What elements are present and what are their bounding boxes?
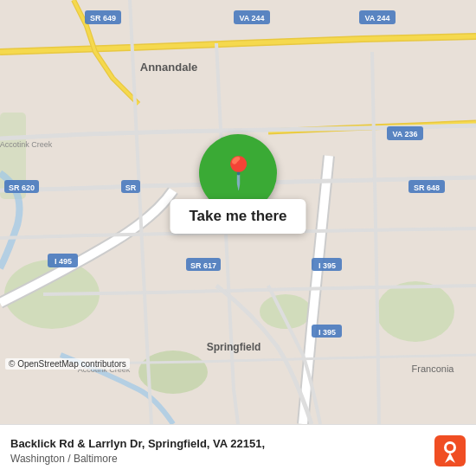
svg-text:SR 648: SR 648 [414,183,440,192]
svg-text:Annandale: Annandale [140,61,197,74]
map-container: SR 649 VA 244 VA 244 VA 236 SR 620 SR SR… [0,0,476,424]
svg-text:Franconia: Franconia [412,363,455,374]
location-pin-icon: 📍 [219,155,258,191]
svg-text:SR 649: SR 649 [90,14,116,23]
address-block: Backlick Rd & Larrlyn Dr, Springfield, V… [10,436,428,464]
svg-text:VA 244: VA 244 [364,14,389,23]
info-bar: Backlick Rd & Larrlyn Dr, Springfield, V… [0,424,476,476]
svg-text:SR 617: SR 617 [190,261,216,270]
svg-text:SR 620: SR 620 [9,183,35,192]
svg-text:I 395: I 395 [318,328,336,337]
svg-text:Accotink Creek: Accotink Creek [0,140,53,149]
address-line1: Backlick Rd & Larrlyn Dr, Springfield, V… [10,436,428,452]
svg-text:SR: SR [125,183,137,192]
svg-text:I 495: I 495 [55,257,72,266]
osm-attribution: © OpenStreetMap contributors [5,358,130,370]
svg-text:I 395: I 395 [318,261,336,270]
moovit-logo [434,435,466,466]
osm-attribution-text: © OpenStreetMap contributors [9,359,126,369]
svg-text:VA 236: VA 236 [392,130,417,138]
take-me-there-button[interactable]: Take me there [170,199,306,234]
address-line2: Washington / Baltimore [10,453,428,465]
svg-text:VA 244: VA 244 [239,14,264,23]
svg-point-2 [376,281,454,342]
svg-text:Springfield: Springfield [207,341,261,353]
moovit-logo-icon [434,435,466,466]
svg-point-35 [447,444,453,451]
